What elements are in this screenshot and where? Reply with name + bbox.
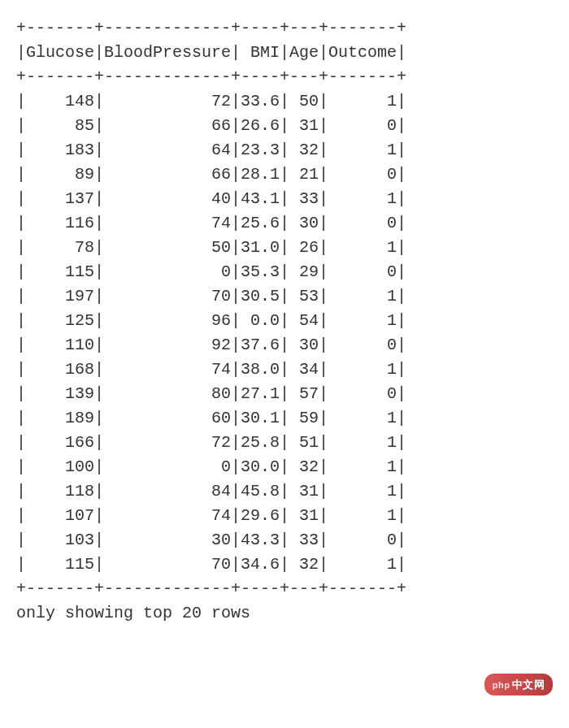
data-table: +-------+-------------+----+---+-------+… [16, 16, 553, 601]
watermark-badge: php中文网 [484, 674, 553, 696]
footer-note: only showing top 20 rows [16, 601, 553, 626]
watermark-text: 中文网 [512, 678, 545, 691]
watermark-prefix: php [493, 680, 510, 690]
